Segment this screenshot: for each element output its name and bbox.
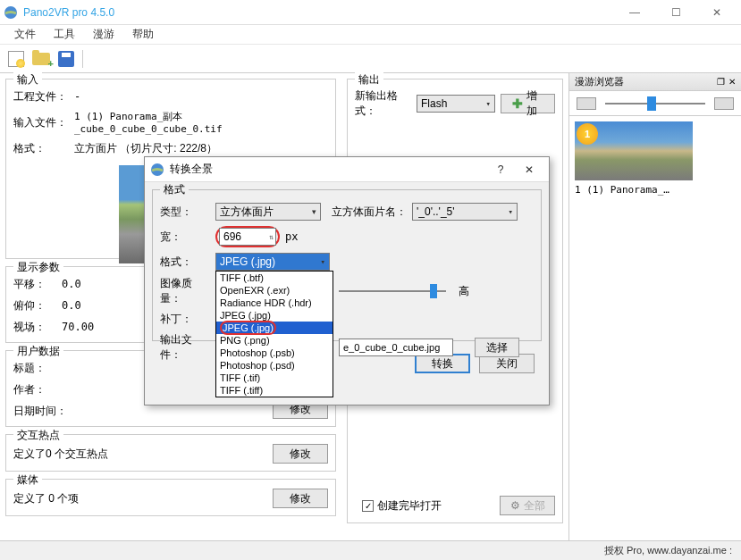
convert-dialog: 转换全景 ? ✕ 格式 类型： 立方体面片 立方体面片名： '_0'..'_5'… xyxy=(144,156,550,405)
format-option[interactable]: Photoshop (.psd) xyxy=(216,359,333,372)
hotspot-modify-button[interactable]: 修改 xyxy=(273,444,328,464)
folder-icon xyxy=(32,53,50,65)
save-button[interactable] xyxy=(55,48,77,70)
zoom-slider[interactable] xyxy=(605,103,705,104)
pan-value: 0.0 xyxy=(62,278,81,290)
width-spinner[interactable]: 696 xyxy=(219,228,276,246)
format-option[interactable]: Radiance HDR (.hdr) xyxy=(216,297,333,309)
dialog-close-button[interactable]: ✕ xyxy=(515,159,543,180)
media-title: 媒体 xyxy=(13,472,42,488)
hotspot-group: 交互热点 定义了0 个交互热点 修改 xyxy=(5,434,336,472)
minimize-button[interactable]: — xyxy=(614,0,655,25)
menu-tour[interactable]: 漫游 xyxy=(84,25,123,44)
facename-combo[interactable]: '_0'..'_5' xyxy=(412,203,518,221)
gear-icon: ⚙ xyxy=(510,499,520,512)
input-file-label: 输入文件： xyxy=(13,115,74,130)
input-file-value: 1 (1) Panorama_副本_cube_0_cube_0_cube_0.t… xyxy=(74,110,328,135)
close-button[interactable]: ✕ xyxy=(696,0,737,25)
tilt-value: 0.0 xyxy=(62,299,81,312)
format-option[interactable]: PNG (.png) xyxy=(216,334,333,347)
zoom-large-icon[interactable] xyxy=(714,97,734,110)
menu-file[interactable]: 文件 xyxy=(5,25,45,44)
quality-label: 图像质量： xyxy=(160,276,210,306)
ud-title-label: 标题： xyxy=(13,361,46,376)
status-text: 授权 Pro, www.dayanzai.me : xyxy=(604,544,732,557)
maximize-button[interactable]: ☐ xyxy=(655,0,696,25)
panorama-badge: 1 xyxy=(577,123,598,145)
panel-close-icon[interactable]: ✕ xyxy=(728,77,736,87)
disk-icon xyxy=(58,51,74,67)
newfmt-combo[interactable]: Flash xyxy=(417,95,495,113)
open-folder-button[interactable] xyxy=(30,48,52,70)
hotspot-title: 交互热点 xyxy=(13,428,63,443)
fov-value: 70.00 xyxy=(62,321,94,333)
media-modify-button[interactable]: 修改 xyxy=(273,489,328,508)
format-dropdown: TIFF (.btf)OpenEXR (.exr)Radiance HDR (.… xyxy=(215,271,333,397)
dialog-app-icon xyxy=(150,163,164,177)
width-highlight: 696 xyxy=(215,226,280,247)
undock-icon[interactable]: ❐ xyxy=(717,77,725,87)
fov-label: 视场： xyxy=(13,320,62,335)
menu-help[interactable]: 帮助 xyxy=(123,25,163,44)
tilt-label: 俯仰： xyxy=(13,298,62,313)
new-file-icon xyxy=(8,51,24,67)
ud-author-label: 作者： xyxy=(13,382,46,397)
width-unit: px xyxy=(285,230,298,243)
app-title: Pano2VR pro 4.5.0 xyxy=(23,6,614,19)
new-file-button[interactable] xyxy=(5,48,27,70)
format-option[interactable]: TIFF (.tiff) xyxy=(216,384,333,397)
format-option[interactable]: JPEG (.jpg) xyxy=(216,309,333,322)
type-combo[interactable]: 立方体面片 xyxy=(215,203,321,221)
tour-browser-panel: 漫游浏览器 ❐✕ 1 1 (1) Panorama_… xyxy=(568,73,741,540)
format-option[interactable]: TIFF (.tif) xyxy=(216,372,333,384)
output-title: 输出 xyxy=(355,72,383,88)
toolbar xyxy=(0,45,741,73)
panorama-item[interactable]: 1 1 (1) Panorama_… xyxy=(569,116,741,201)
output-file-input[interactable]: e_0_cube_0_cube.jpg xyxy=(339,339,453,356)
open-after-checkbox[interactable]: ✓ xyxy=(362,500,374,512)
toolbar-divider xyxy=(82,50,83,68)
project-file-value: - xyxy=(74,90,328,103)
format-value: 立方面片 （切片尺寸: 222/8） xyxy=(74,141,328,156)
select-file-button[interactable]: 选择 xyxy=(475,338,519,357)
output-file-label: 输出文件： xyxy=(160,332,210,363)
panorama-label: 1 (1) Panorama_… xyxy=(575,184,736,196)
menu-tools[interactable]: 工具 xyxy=(45,25,84,44)
media-text: 定义了 0 个项 xyxy=(13,491,79,506)
hotspot-text: 定义了0 个交互热点 xyxy=(13,447,108,462)
all-button[interactable]: ⚙全部 xyxy=(500,496,555,515)
app-icon xyxy=(4,5,18,20)
input-group-title: 输入 xyxy=(13,72,42,88)
format-option[interactable]: TIFF (.btf) xyxy=(216,272,333,284)
format-option[interactable]: JPEG (.jpg) xyxy=(216,322,333,334)
format-label: 格式： xyxy=(13,141,74,156)
dlg-format-group-title: 格式 xyxy=(160,182,189,197)
pan-label: 平移： xyxy=(13,277,62,292)
zoom-small-icon[interactable] xyxy=(577,97,596,110)
titlebar: Pano2VR pro 4.5.0 — ☐ ✕ xyxy=(0,0,741,25)
userdata-title: 用户数据 xyxy=(13,344,63,359)
panorama-thumbnail: 1 xyxy=(575,121,693,180)
quality-text: 高 xyxy=(459,284,469,299)
media-group: 媒体 定义了 0 个项 修改 xyxy=(5,479,336,516)
ud-datetime-label: 日期时间： xyxy=(13,404,67,419)
open-after-label: 创建完毕打开 xyxy=(377,498,442,514)
dialog-title: 转换全景 xyxy=(170,162,486,177)
newfmt-label: 新输出格式： xyxy=(355,88,411,119)
format-option[interactable]: OpenEXR (.exr) xyxy=(216,284,333,297)
display-params-title: 显示参数 xyxy=(13,260,63,275)
fmt-label: 格式： xyxy=(160,255,210,270)
plus-icon: ✚ xyxy=(512,96,523,111)
right-panel-title: 漫游浏览器 xyxy=(575,75,624,88)
statusbar: 授权 Pro, www.dayanzai.me : xyxy=(0,540,741,560)
format-option[interactable]: Photoshop (.psb) xyxy=(216,347,333,359)
quality-slider[interactable] xyxy=(339,290,446,292)
menubar: 文件 工具 漫游 帮助 xyxy=(0,25,741,45)
patch-label: 补丁： xyxy=(160,312,210,327)
add-output-button[interactable]: ✚增加 xyxy=(501,94,555,113)
project-file-label: 工程文件： xyxy=(13,89,74,104)
format-combo[interactable]: JPEG (.jpg) xyxy=(215,253,330,271)
type-label: 类型： xyxy=(160,205,210,220)
facename-label: 立方体面片名： xyxy=(332,205,407,220)
dialog-help-button[interactable]: ? xyxy=(486,159,515,180)
